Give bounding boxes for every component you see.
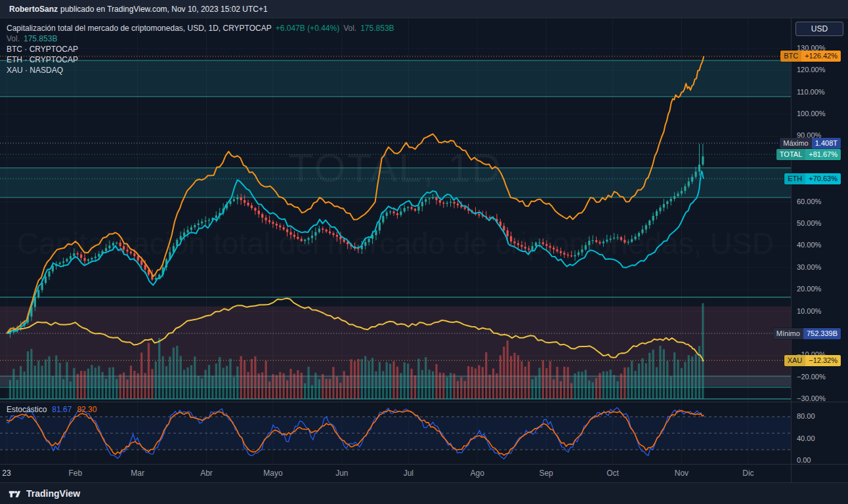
- stochastic-k-value: 81.67: [52, 405, 72, 414]
- currency-usd-button[interactable]: USD: [795, 22, 843, 36]
- volume-inline-value: 175.853B: [360, 23, 394, 33]
- price-tick: 0.00%: [797, 329, 817, 337]
- price-tick: 100.00%: [797, 110, 825, 117]
- legend-btc-row[interactable]: BTC · CRYPTOCAP: [7, 44, 394, 54]
- price-tick: 40.00%: [797, 241, 821, 249]
- legend-xau-row[interactable]: XAU · NASDAQ: [7, 65, 394, 75]
- legend-title-row[interactable]: Capitalización total del mercado de crip…: [7, 23, 394, 33]
- tradingview-logo[interactable]: TradingView: [8, 487, 80, 501]
- stochastic-tick: 40.00: [797, 434, 815, 442]
- stochastic-d-value: 82.30: [77, 405, 96, 414]
- stochastic-pane-canvas[interactable]: [0, 402, 791, 464]
- price-tick: 50.00%: [797, 219, 821, 227]
- btc-legend-label: BTC · CRYPTOCAP: [7, 44, 78, 54]
- eth-legend-label: ETH · CRYPTOCAP: [7, 54, 78, 65]
- time-tick-mayo: Mayo: [260, 469, 286, 478]
- time-tick-sep: Sep: [533, 469, 559, 478]
- price-tick: −10.00%: [797, 350, 826, 358]
- time-tick-abr: Abr: [193, 469, 219, 478]
- price-tick: 60.00%: [797, 198, 821, 205]
- publish-info: publicado en TradingView.com, Nov 10, 20…: [60, 5, 268, 14]
- price-tick: −20.00%: [797, 373, 826, 381]
- chart-area[interactable]: TOTAL, 1D Capitalización total del merca…: [0, 18, 848, 482]
- pane-separator[interactable]: [0, 402, 848, 402]
- tradingview-brand-text: TradingView: [26, 488, 80, 499]
- volume-inline-label: Vol.: [343, 23, 356, 33]
- time-tick-dic: Dic: [735, 469, 761, 478]
- symbol-legend: Capitalización total del mercado de crip…: [7, 23, 394, 75]
- main-pane-canvas[interactable]: [0, 18, 791, 402]
- price-tick: 10.00%: [797, 307, 821, 315]
- time-axis-separator: [0, 464, 848, 465]
- time-tick-feb: Feb: [62, 469, 89, 478]
- time-scale[interactable]: 23FebMarAbrMayoJunJulAgoSepOctNovDic: [0, 464, 791, 482]
- stochastic-legend[interactable]: Estocástico 81.67 82.30: [7, 405, 96, 414]
- time-tick-mar: Mar: [125, 469, 151, 478]
- price-tick: 30.00%: [797, 263, 821, 271]
- time-tick-jul: Jul: [395, 469, 421, 478]
- legend-eth-row[interactable]: ETH · CRYPTOCAP: [7, 54, 394, 65]
- plot-region[interactable]: TOTAL, 1D Capitalización total del merca…: [0, 18, 791, 482]
- tradingview-logo-icon: [8, 487, 22, 501]
- price-scale[interactable]: USD 130.00%120.00%110.00%100.00%90.00%80…: [791, 18, 848, 482]
- xau-legend-label: XAU · NASDAQ: [7, 65, 63, 75]
- time-tick-oct: Oct: [600, 469, 626, 478]
- volume-label: Vol.: [7, 33, 20, 44]
- time-tick-nov: Nov: [668, 469, 694, 478]
- stochastic-tick: 0.00: [797, 456, 811, 464]
- footer: TradingView: [0, 482, 848, 504]
- time-tick-ago: Ago: [464, 469, 490, 478]
- price-tick: 70.00%: [797, 175, 821, 183]
- time-tick-jun: Jun: [329, 469, 355, 478]
- price-tick: 80.00%: [797, 154, 821, 161]
- price-tick: 20.00%: [797, 285, 821, 293]
- publisher-username: RobertoSanz: [9, 5, 58, 14]
- publish-bar: RobertoSanz publicado en TradingView.com…: [0, 0, 848, 18]
- legend-volume-row[interactable]: Vol. 175.853B: [7, 33, 394, 44]
- price-tick: 120.00%: [797, 66, 825, 74]
- price-tick: 90.00%: [797, 131, 821, 139]
- volume-value: 175.853B: [24, 33, 57, 44]
- price-tick: 130.00%: [797, 44, 825, 52]
- symbol-change: +6.047B (+0.44%): [276, 23, 339, 33]
- stochastic-name[interactable]: Estocástico: [7, 405, 47, 414]
- price-tick: 110.00%: [797, 88, 825, 96]
- time-tick-23: 23: [0, 469, 20, 478]
- tradingview-published-chart: RobertoSanz publicado en TradingView.com…: [0, 0, 848, 504]
- stochastic-tick: 80.00: [797, 412, 815, 420]
- symbol-title[interactable]: Capitalización total del mercado de crip…: [7, 23, 272, 33]
